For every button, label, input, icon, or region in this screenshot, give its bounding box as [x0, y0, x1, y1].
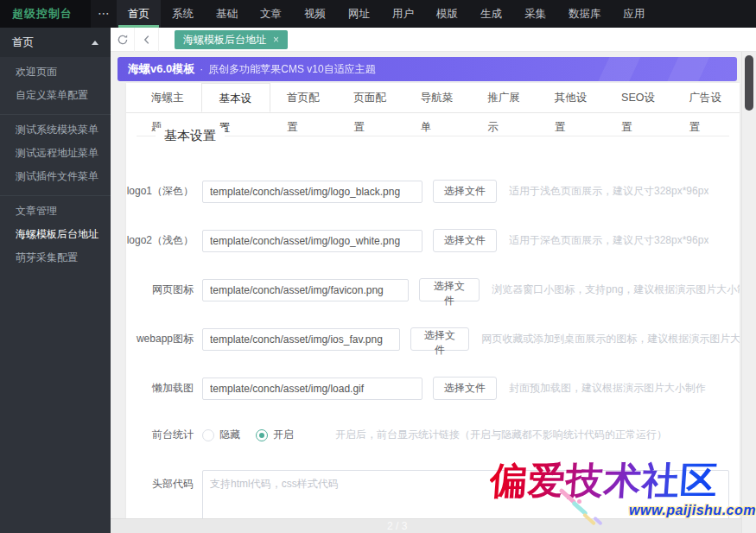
theme-banner: 海螺v6.0模板 · 原创多功能苹果CMS v10自适应主题: [118, 57, 737, 81]
sidebar-group-2: 测试系统模块菜单 测试远程地址菜单 测试插件文件菜单: [0, 115, 111, 196]
scrollbar-thumb[interactable]: [745, 55, 753, 111]
app-screen: 超级控制台 ⋯ 首页 系统 基础 文章 视频 网址 用户 模版 生成 采集 数据…: [0, 0, 756, 533]
choose-file-button[interactable]: 选择文件: [433, 377, 497, 400]
field-hint: 网页收藏或添加到桌面展示的图标，建议根据演示图片大小制作: [481, 332, 740, 346]
nav-item-home[interactable]: 首页: [117, 0, 161, 28]
banner-decor-streak: [658, 57, 714, 81]
nav-item-system[interactable]: 系统: [161, 0, 205, 28]
settings-card: 海螺主题 基本设置 首页配置 页面配置 导航菜单 推广展示 其他设置 SEO设置…: [126, 83, 740, 518]
banner-separator: ·: [200, 63, 203, 75]
form-row-webapp-icon: webapp图标 选择文件 网页收藏或添加到桌面展示的图标，建议根据演示图片大小…: [126, 327, 740, 351]
sidebar-header-label: 首页: [12, 35, 34, 50]
nav-item-website[interactable]: 网址: [337, 0, 381, 28]
form-row-logo2: logo2（浅色） 选择文件 适用于深色页面展示，建议尺寸328px*96px: [126, 229, 740, 252]
lazyload-path-input[interactable]: [202, 378, 422, 400]
refresh-button[interactable]: [111, 28, 135, 52]
tab-promo-display[interactable]: 推广展示: [471, 83, 537, 112]
nav-item-collect[interactable]: 采集: [513, 0, 557, 28]
field-label: webapp图标: [126, 332, 202, 346]
close-icon[interactable]: ×: [273, 30, 279, 49]
nav-item-apps[interactable]: 应用: [613, 0, 657, 28]
tab-nav-menu[interactable]: 导航菜单: [404, 83, 471, 112]
radio-hide[interactable]: 隐藏: [202, 428, 240, 442]
choose-file-button[interactable]: 选择文件: [433, 180, 497, 203]
pagination-indicator: 2 / 3: [387, 520, 407, 532]
form-row-logo1: logo1（深色） 选择文件 适用于浅色页面展示，建议尺寸328px*96px: [126, 180, 740, 203]
chevron-left-icon: [141, 34, 153, 46]
nav-item-generate[interactable]: 生成: [469, 0, 513, 28]
nav-item-user[interactable]: 用户: [381, 0, 425, 28]
radio-circle-checked-icon: [256, 429, 268, 441]
choose-file-button[interactable]: 选择文件: [433, 229, 497, 252]
tab-ad-settings[interactable]: 广告设置: [673, 83, 740, 112]
favicon-path-input[interactable]: [202, 279, 409, 301]
refresh-icon: [117, 34, 129, 46]
window-tabbar: 海螺模板后台地址 ×: [111, 28, 756, 52]
window-tab-active[interactable]: 海螺模板后台地址 ×: [175, 30, 288, 49]
tab-basic-settings[interactable]: 基本设置: [201, 83, 270, 112]
form-row-favicon: 网页图标 选择文件 浏览器窗口小图标，支持png，建议根据演示图片大小制作: [126, 278, 740, 301]
field-label: logo1（深色）: [126, 184, 202, 199]
banner-subtitle: 原创多功能苹果CMS v10自适应主题: [208, 62, 375, 77]
radio-label: 隐藏: [219, 428, 240, 442]
nav-item-database[interactable]: 数据库: [557, 0, 613, 28]
field-label: 网页图标: [126, 282, 202, 297]
logo1-path-input[interactable]: [202, 181, 422, 203]
banner-title: 海螺v6.0模板: [128, 61, 194, 77]
sidebar-item-test-remote[interactable]: 测试远程地址菜单: [0, 142, 111, 165]
window-tab-label: 海螺模板后台地址: [183, 30, 266, 49]
top-navbar: 超级控制台 ⋯ 首页 系统 基础 文章 视频 网址 用户 模版 生成 采集 数据…: [0, 0, 756, 28]
radio-circle-icon: [202, 429, 214, 441]
settings-tabs: 海螺主题 基本设置 首页配置 页面配置 导航菜单 推广展示 其他设置 SEO设置…: [126, 83, 740, 113]
sidebar-item-article-manage[interactable]: 文章管理: [0, 200, 111, 223]
tab-other-settings[interactable]: 其他设置: [538, 83, 605, 112]
top-nav-items: 首页 系统 基础 文章 视频 网址 用户 模版 生成 采集 数据库 应用: [117, 0, 657, 28]
banner-decor-streak: [589, 57, 645, 81]
nav-item-basic[interactable]: 基础: [205, 0, 249, 28]
form-row-lazyload: 懒加载图 选择文件 封面预加载图，建议根据演示图片大小制作: [126, 377, 740, 400]
field-label: logo2（浅色）: [126, 233, 202, 248]
section-title: 基本设置: [156, 128, 225, 144]
app-logo: 超级控制台: [0, 0, 91, 28]
sidebar-item-test-module[interactable]: 测试系统模块菜单: [0, 118, 111, 142]
sidebar-group-3: 文章管理 海螺模板后台地址 萌芽采集配置: [0, 196, 111, 276]
radio-on[interactable]: 开启: [256, 428, 294, 442]
section-divider: 基本设置: [137, 136, 729, 136]
field-hint: 适用于深色页面展示，建议尺寸328px*96px: [509, 233, 708, 248]
more-menu-icon[interactable]: ⋯: [91, 0, 117, 28]
choose-file-button[interactable]: 选择文件: [410, 327, 470, 351]
field-hint: 适用于浅色页面展示，建议尺寸328px*96px: [509, 184, 708, 199]
collapse-arrow-icon: [92, 41, 98, 45]
settings-form: logo1（深色） 选择文件 适用于浅色页面展示，建议尺寸328px*96px …: [126, 136, 740, 533]
field-label: 头部代码: [126, 470, 202, 492]
sidebar-item-custom-menu[interactable]: 自定义菜单配置: [0, 84, 111, 107]
back-button[interactable]: [135, 28, 159, 52]
tab-page-config[interactable]: 页面配置: [337, 83, 403, 112]
tab-seo-settings[interactable]: SEO设置: [605, 83, 673, 112]
field-label: 前台统计: [126, 428, 202, 442]
sidebar-group-1: 欢迎页面 自定义菜单配置: [0, 57, 111, 115]
choose-file-button[interactable]: 选择文件: [419, 278, 480, 301]
main-content: 海螺模板后台地址 × 海螺v6.0模板 · 原创多功能苹果CMS v10自适应主…: [111, 28, 756, 533]
field-hint: 开启后，前台显示统计链接（开启与隐藏都不影响统计代码的正常运行）: [335, 428, 667, 442]
sidebar-item-conch-backend[interactable]: 海螺模板后台地址: [0, 223, 111, 246]
sidebar: 首页 欢迎页面 自定义菜单配置 测试系统模块菜单 测试远程地址菜单 测试插件文件…: [0, 28, 111, 533]
nav-item-video[interactable]: 视频: [293, 0, 337, 28]
field-hint: 浏览器窗口小图标，支持png，建议根据演示图片大小制作: [492, 282, 740, 297]
nav-item-article[interactable]: 文章: [249, 0, 293, 28]
form-row-stats: 前台统计 隐藏 开启 开启后，前台显示统计链接（开启与隐藏都不影响统计代码的正常…: [126, 428, 740, 442]
field-hint: 封面预加载图，建议根据演示图片大小制作: [509, 381, 706, 396]
sidebar-header-home[interactable]: 首页: [0, 28, 111, 57]
webapp-icon-path-input[interactable]: [202, 328, 400, 351]
sidebar-item-test-plugin[interactable]: 测试插件文件菜单: [0, 165, 111, 188]
field-label: 懒加载图: [126, 381, 202, 396]
sidebar-item-mengya-collect[interactable]: 萌芽采集配置: [0, 246, 111, 270]
sidebar-item-welcome[interactable]: 欢迎页面: [0, 60, 111, 84]
radio-label: 开启: [273, 428, 294, 442]
bottom-strip: 2 / 3: [111, 518, 756, 533]
tab-home-config[interactable]: 首页配置: [270, 83, 337, 112]
vertical-scrollbar[interactable]: [741, 52, 756, 533]
logo2-path-input[interactable]: [202, 230, 422, 252]
nav-item-template[interactable]: 模版: [425, 0, 469, 28]
tab-conch-theme[interactable]: 海螺主题: [135, 83, 201, 112]
